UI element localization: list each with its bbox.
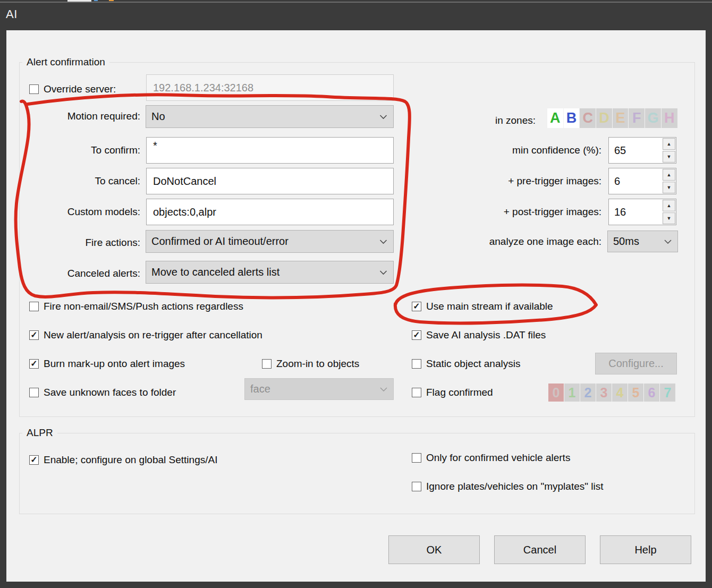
flag-digit-button[interactable]: 7: [660, 384, 675, 402]
static-object-checkbox[interactable]: [412, 359, 421, 369]
flag-digit-button[interactable]: 0: [548, 384, 564, 402]
flag-digit-button[interactable]: 4: [612, 384, 628, 402]
override-server-input[interactable]: 192.168.1.234:32168: [146, 74, 394, 101]
alpr-ignore-plates-checkbox[interactable]: [412, 482, 421, 491]
static-object-row[interactable]: Static object analysis: [412, 357, 520, 371]
fire-regardless-checkbox[interactable]: [29, 302, 39, 311]
fire-actions-label: Fire actions:: [21, 236, 140, 250]
window-top-divider: [0, 2, 712, 3]
override-server-label: Override server:: [44, 83, 116, 95]
use-main-stream-label: Use main stream if available: [426, 301, 553, 312]
zone-letter-button[interactable]: A: [547, 108, 563, 128]
zoom-objects-row[interactable]: Zoom-in to objects: [262, 357, 359, 371]
to-cancel-input[interactable]: DoNotCancel: [146, 168, 394, 194]
save-faces-checkbox[interactable]: [29, 388, 39, 397]
min-confidence-spin-buttons: ▲ ▼: [662, 138, 676, 163]
zone-letter-button[interactable]: C: [580, 108, 596, 128]
min-confidence-label: min confidence (%):: [389, 143, 601, 157]
min-confidence-spinner[interactable]: 65 ▲ ▼: [608, 137, 676, 164]
save-dat-row[interactable]: ✓ Save AI analysis .DAT files: [412, 328, 546, 342]
post-trigger-value[interactable]: 16: [609, 199, 662, 225]
flag-digit-button[interactable]: 6: [644, 384, 659, 402]
spin-down-icon[interactable]: ▼: [663, 182, 675, 193]
flag-digit-button[interactable]: 5: [628, 384, 643, 402]
canceled-alerts-select[interactable]: Move to canceled alerts list: [146, 261, 394, 284]
flag-digit-button[interactable]: 2: [580, 384, 596, 402]
zoom-objects-checkbox[interactable]: [262, 359, 272, 369]
motion-required-select[interactable]: No: [146, 105, 394, 128]
fire-actions-value: Confirmed or AI timeout/error: [151, 235, 289, 248]
to-confirm-input[interactable]: *: [146, 137, 394, 164]
spin-up-icon[interactable]: ▲: [663, 169, 675, 181]
spin-down-icon[interactable]: ▼: [663, 151, 675, 163]
post-trigger-spinner[interactable]: 16 ▲ ▼: [608, 199, 676, 225]
new-alert-label: New alert/analysis on re-trigger after c…: [44, 329, 262, 341]
alpr-only-confirmed-checkbox[interactable]: [412, 453, 421, 463]
custom-models-input[interactable]: objects:0,alpr: [146, 199, 394, 225]
to-cancel-label: To cancel:: [21, 174, 140, 188]
override-server-row: Override server:: [29, 82, 116, 96]
analyze-each-value: 50ms: [613, 235, 639, 248]
fire-actions-select[interactable]: Confirmed or AI timeout/error: [146, 230, 394, 253]
zone-letter-button[interactable]: F: [629, 108, 645, 128]
override-server-checkbox[interactable]: [29, 84, 39, 94]
chevron-down-icon: [379, 270, 387, 275]
alpr-only-confirmed-row[interactable]: Only for confirmed vehicle alerts: [412, 451, 570, 465]
pre-trigger-value[interactable]: 6: [609, 168, 662, 194]
zone-letter-button[interactable]: G: [645, 108, 661, 128]
to-confirm-label: To confirm:: [21, 143, 140, 157]
tab-sliver-blue: [94, 0, 98, 1]
fire-regardless-row[interactable]: Fire non-email/SMS/Push actions regardle…: [29, 300, 243, 313]
alpr-enable-label: Enable; configure on global Settings/AI: [44, 454, 217, 466]
pre-trigger-spinner[interactable]: 6 ▲ ▼: [608, 168, 676, 194]
chevron-down-icon: [379, 240, 387, 244]
min-confidence-value[interactable]: 65: [609, 138, 662, 163]
alert-confirmation-group-label: Alert confirmation: [22, 55, 109, 69]
ok-button[interactable]: OK: [388, 535, 480, 564]
analyze-each-label: analyze one image each:: [389, 235, 601, 249]
alpr-enable-row[interactable]: ✓ Enable; configure on global Settings/A…: [29, 453, 217, 467]
save-faces-label: Save unknown faces to folder: [44, 387, 176, 398]
use-main-stream-row[interactable]: ✓ Use main stream if available: [412, 300, 553, 313]
faces-folder-value: face: [250, 383, 270, 395]
help-button[interactable]: Help: [600, 535, 691, 564]
tab-sliver-orange: [109, 0, 114, 1]
chevron-down-icon: [380, 387, 387, 391]
save-dat-checkbox[interactable]: ✓: [412, 330, 421, 340]
alpr-ignore-plates-row[interactable]: Ignore plates/vehicles on "myplates" lis…: [412, 480, 603, 493]
fire-regardless-label: Fire non-email/SMS/Push actions regardle…: [44, 301, 243, 312]
analyze-each-select[interactable]: 50ms: [607, 231, 678, 252]
zone-letter-button[interactable]: H: [662, 108, 677, 128]
save-dat-label: Save AI analysis .DAT files: [426, 329, 546, 341]
new-alert-row[interactable]: ✓ New alert/analysis on re-trigger after…: [29, 328, 262, 342]
alpr-group: [19, 433, 695, 514]
alpr-enable-checkbox[interactable]: ✓: [29, 455, 39, 465]
static-object-label: Static object analysis: [426, 358, 520, 370]
tab-sliver: [67, 0, 91, 2]
use-main-stream-checkbox[interactable]: ✓: [412, 302, 421, 311]
zoom-objects-label: Zoom-in to objects: [276, 358, 359, 370]
canceled-alerts-label: Canceled alerts:: [21, 267, 140, 280]
ai-settings-window: AI Alert confirmation Override server: 1…: [0, 0, 712, 588]
motion-required-label: Motion required:: [21, 109, 140, 123]
spin-down-icon[interactable]: ▼: [663, 212, 675, 224]
flag-confirmed-checkbox[interactable]: [412, 388, 421, 397]
zone-letter-button[interactable]: D: [596, 108, 612, 128]
alpr-ignore-plates-label: Ignore plates/vehicles on "myplates" lis…: [426, 481, 603, 492]
motion-required-value: No: [151, 110, 165, 123]
cancel-button[interactable]: Cancel: [494, 535, 586, 564]
burn-markup-row[interactable]: ✓ Burn mark-up onto alert images: [29, 357, 185, 371]
burn-markup-checkbox[interactable]: ✓: [29, 359, 39, 369]
flag-digit-button[interactable]: 3: [596, 384, 612, 402]
chevron-down-icon: [664, 240, 672, 244]
flag-confirmed-row[interactable]: Flag confirmed: [412, 386, 493, 399]
zone-letter-button[interactable]: B: [564, 108, 580, 128]
zone-letter-button[interactable]: E: [613, 108, 629, 128]
flag-confirmed-label: Flag confirmed: [426, 387, 493, 398]
new-alert-checkbox[interactable]: ✓: [29, 330, 39, 340]
spin-up-icon[interactable]: ▲: [663, 138, 675, 150]
ai-settings-dialog: Alert confirmation Override server: 192.…: [6, 30, 706, 582]
spin-up-icon[interactable]: ▲: [663, 200, 675, 211]
flag-digit-button[interactable]: 1: [564, 384, 580, 402]
save-faces-row[interactable]: Save unknown faces to folder: [29, 386, 176, 399]
